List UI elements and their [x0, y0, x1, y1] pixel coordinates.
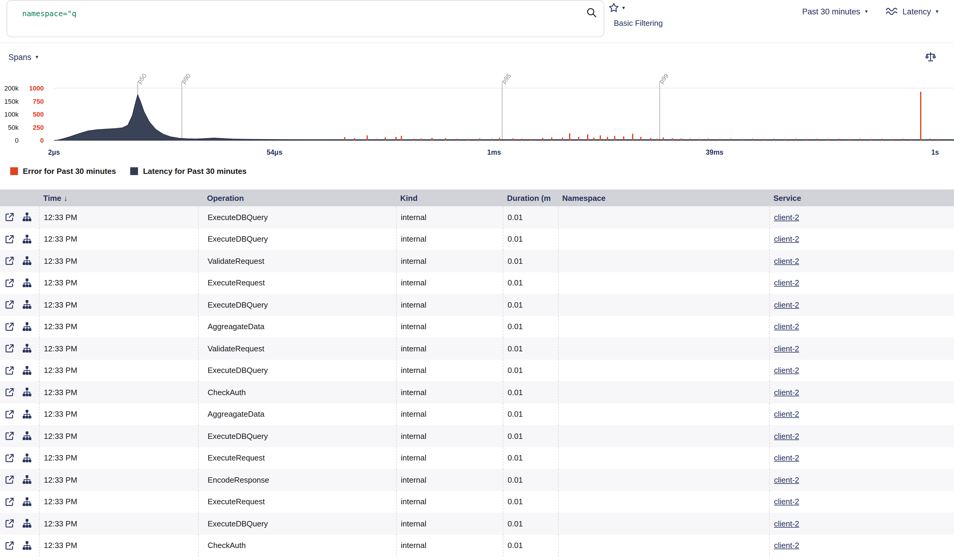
- time-range-selector[interactable]: Past 30 minutes ▾: [802, 7, 868, 16]
- spans-dropdown[interactable]: Spans ▾: [8, 53, 38, 61]
- cell-kind: internal: [396, 469, 503, 491]
- cell-duration: 0.01: [503, 338, 558, 359]
- open-span-button[interactable]: [5, 453, 14, 463]
- service-link[interactable]: client-2: [774, 278, 799, 288]
- service-link[interactable]: client-2: [774, 213, 799, 222]
- open-span-button[interactable]: [5, 213, 14, 222]
- service-link[interactable]: client-2: [774, 476, 799, 484]
- span-tree-button[interactable]: [22, 256, 32, 266]
- header-operation-label: Operation: [207, 193, 244, 202]
- table-row[interactable]: 12:33 PM CheckAuth internal 0.01 client-…: [0, 535, 954, 556]
- service-link[interactable]: client-2: [774, 454, 799, 463]
- open-span-button[interactable]: [5, 519, 14, 529]
- open-span-button[interactable]: [5, 409, 14, 419]
- span-tree-button[interactable]: [22, 475, 32, 485]
- table-row[interactable]: 12:33 PM EncodeResponse internal 0.01 cl…: [0, 469, 954, 491]
- span-tree-button[interactable]: [22, 497, 32, 507]
- service-link[interactable]: client-2: [774, 432, 799, 441]
- table-row[interactable]: 12:33 PM AggreagateData internal 0.01 cl…: [0, 316, 954, 338]
- span-tree-button[interactable]: [22, 366, 32, 375]
- table-row[interactable]: 12:33 PM ExecuteDBQuery internal 0.01 cl…: [0, 425, 954, 447]
- table-row[interactable]: 12:33 PM ValidateRequest internal 0.01 c…: [0, 338, 954, 359]
- service-link[interactable]: client-2: [774, 519, 799, 528]
- table-row[interactable]: 12:33 PM ExecuteDBQuery internal 0.01 cl…: [0, 228, 954, 250]
- cell-duration: 0.01: [503, 513, 558, 535]
- cell-kind: internal: [396, 403, 503, 425]
- service-link[interactable]: client-2: [774, 497, 799, 506]
- cell-duration: 0.01: [503, 206, 558, 228]
- span-tree-button[interactable]: [22, 387, 32, 397]
- query-search-input[interactable]: namespace="q: [6, 0, 604, 37]
- metric-selector[interactable]: Latency ▾: [885, 6, 938, 16]
- span-tree-button[interactable]: [22, 322, 32, 331]
- service-link[interactable]: client-2: [774, 257, 799, 266]
- header-namespace[interactable]: Namespace: [558, 193, 769, 202]
- search-icon[interactable]: [586, 7, 597, 18]
- span-tree-button[interactable]: [22, 213, 32, 222]
- open-span-button[interactable]: [5, 235, 14, 244]
- span-tree-button[interactable]: [22, 278, 32, 288]
- service-link[interactable]: client-2: [774, 388, 799, 397]
- table-row[interactable]: 12:33 PM ExecuteRequest internal 0.01 cl…: [0, 447, 954, 469]
- service-link[interactable]: client-2: [774, 541, 799, 550]
- table-row[interactable]: 12:33 PM ExecuteDBQuery internal 0.01 cl…: [0, 206, 954, 228]
- cell-duration: 0.01: [503, 294, 558, 316]
- table-row[interactable]: 12:33 PM ExecuteDBQuery internal 0.01 cl…: [0, 513, 954, 535]
- compare-scale-icon[interactable]: [925, 51, 936, 62]
- service-link[interactable]: client-2: [774, 344, 799, 353]
- row-icons-cell: [0, 250, 39, 272]
- cell-time: 12:33 PM: [39, 294, 198, 316]
- favorite-star-icon[interactable]: [608, 2, 619, 13]
- favorite-chevron-down-icon[interactable]: ▾: [622, 5, 625, 11]
- table-row[interactable]: 12:33 PM ExecuteDBQuery internal 0.01 cl…: [0, 294, 954, 316]
- cell-kind: internal: [396, 513, 503, 535]
- header-time[interactable]: Time ↓: [39, 193, 198, 202]
- header-duration[interactable]: Duration (m: [503, 193, 558, 202]
- cell-operation: ExecuteRequest: [198, 491, 396, 513]
- header-operation[interactable]: Operation: [198, 193, 396, 202]
- table-row[interactable]: 12:33 PM ValidateRequest internal 0.01 c…: [0, 250, 954, 272]
- service-link[interactable]: client-2: [774, 300, 799, 310]
- cell-time: 12:33 PM: [39, 381, 198, 403]
- open-span-button[interactable]: [5, 344, 14, 353]
- span-tree-button[interactable]: [22, 541, 32, 551]
- open-span-button[interactable]: [5, 366, 14, 375]
- open-span-button[interactable]: [5, 278, 14, 288]
- spans-bar: Spans ▾: [0, 43, 954, 71]
- table-row[interactable]: 12:33 PM AggreagateData internal 0.01 cl…: [0, 403, 954, 425]
- row-icons-cell: [0, 447, 39, 469]
- span-tree-button[interactable]: [22, 453, 32, 463]
- open-span-button[interactable]: [5, 322, 14, 331]
- legend-error-label: Error for Past 30 minutes: [23, 166, 116, 175]
- service-link[interactable]: client-2: [774, 322, 799, 331]
- open-span-button[interactable]: [5, 256, 14, 266]
- service-link[interactable]: client-2: [774, 366, 799, 375]
- span-tree-button[interactable]: [22, 300, 32, 310]
- open-span-button[interactable]: [5, 300, 14, 310]
- svg-text:1000: 1000: [29, 84, 44, 92]
- open-span-button[interactable]: [5, 431, 14, 441]
- table-row[interactable]: 12:33 PM CheckAuth internal 0.01 client-…: [0, 381, 954, 403]
- cell-operation: ExecuteDBQuery: [198, 513, 396, 535]
- table-row[interactable]: 12:33 PM ExecuteRequest internal 0.01 cl…: [0, 491, 954, 513]
- open-span-button[interactable]: [5, 387, 14, 397]
- table-row[interactable]: 12:33 PM ExecuteDBQuery internal 0.01 cl…: [0, 359, 954, 381]
- service-link[interactable]: client-2: [774, 235, 799, 244]
- service-link[interactable]: client-2: [774, 410, 799, 419]
- header-kind[interactable]: Kind: [396, 193, 503, 202]
- span-tree-button[interactable]: [22, 235, 32, 244]
- open-span-button[interactable]: [5, 497, 14, 507]
- open-span-button[interactable]: [5, 475, 14, 485]
- span-tree-button[interactable]: [22, 409, 32, 419]
- cell-duration: 0.01: [503, 403, 558, 425]
- table-row[interactable]: 12:33 PM ExecuteRequest internal 0.01 cl…: [0, 272, 954, 294]
- cell-operation: ExecuteDBQuery: [198, 294, 396, 316]
- cell-kind: internal: [396, 228, 503, 250]
- span-tree-button[interactable]: [22, 519, 32, 529]
- cell-duration: 0.01: [503, 469, 558, 491]
- header-service[interactable]: Service: [769, 193, 954, 202]
- span-tree-button[interactable]: [22, 431, 32, 441]
- open-span-button[interactable]: [5, 541, 14, 551]
- span-tree-button[interactable]: [22, 344, 32, 353]
- basic-filtering-button[interactable]: Basic Filtering: [614, 19, 663, 28]
